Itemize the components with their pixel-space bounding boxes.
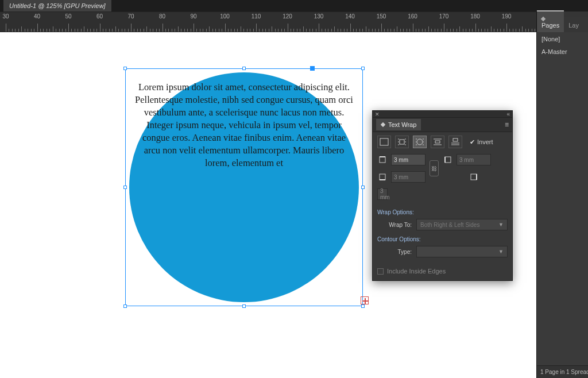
pages-item-none[interactable]: [None] bbox=[541, 36, 583, 43]
tab-pages[interactable]: Pages bbox=[537, 10, 564, 32]
offset-left-input[interactable]: 3 mm bbox=[457, 154, 491, 165]
svg-rect-22 bbox=[380, 157, 385, 163]
wrap-to-row: Wrap To: Both Right & Left Sides ▼ bbox=[373, 217, 512, 233]
ruler-number: 140 bbox=[345, 13, 355, 20]
invert-checkbox[interactable]: ✔ Invert bbox=[470, 138, 493, 146]
svg-rect-24 bbox=[445, 157, 451, 163]
ruler-number: 30 bbox=[2, 13, 9, 20]
invert-label: Invert bbox=[477, 138, 493, 145]
panel-tab-row: Text Wrap ≡ bbox=[373, 118, 512, 132]
ruler-number: 150 bbox=[377, 13, 386, 20]
offset-right-input[interactable]: 3 mm bbox=[377, 188, 388, 200]
svg-rect-16 bbox=[435, 141, 440, 143]
svg-rect-28 bbox=[471, 174, 477, 180]
pages-item-a-master[interactable]: A-Master bbox=[541, 48, 583, 55]
wrap-jump-object-button[interactable] bbox=[431, 136, 444, 148]
tab-text-wrap[interactable]: Text Wrap bbox=[376, 119, 421, 130]
wrap-options-label: Wrap Options: bbox=[373, 206, 512, 217]
diamond-icon bbox=[381, 122, 385, 127]
ruler-number: 60 bbox=[96, 13, 103, 20]
panel-drag-bar[interactable]: ✕ « bbox=[373, 111, 512, 118]
link-offsets-button[interactable]: ⛓ bbox=[430, 160, 439, 176]
document-tab[interactable]: Untitled-1 @ 125% [GPU Preview] bbox=[3, 0, 111, 11]
chevron-down-icon: ▼ bbox=[498, 249, 504, 254]
wrap-jump-column-button[interactable] bbox=[448, 136, 462, 148]
offset-left-icon bbox=[443, 156, 453, 164]
ruler-number: 180 bbox=[470, 13, 480, 20]
include-inside-edges[interactable]: Include Inside Edges bbox=[373, 260, 512, 280]
svg-rect-0 bbox=[381, 122, 385, 127]
type-row: Type: ▼ bbox=[373, 244, 512, 260]
contour-options-label: Contour Options: bbox=[373, 233, 512, 244]
handle-top-center[interactable] bbox=[242, 67, 246, 70]
checkbox-icon bbox=[377, 268, 384, 275]
svg-rect-19 bbox=[453, 138, 458, 141]
diamond-icon bbox=[541, 17, 546, 21]
type-dropdown[interactable]: ▼ bbox=[416, 246, 508, 257]
pages-footer: 1 Page in 1 Spread bbox=[537, 365, 588, 378]
text-wrap-panel[interactable]: ✕ « Text Wrap ≡ ✔ Invert bbox=[372, 110, 513, 281]
content-grabber[interactable] bbox=[310, 66, 315, 71]
ruler-number: 160 bbox=[408, 13, 417, 20]
wrap-mode-row: ✔ Invert bbox=[373, 132, 512, 152]
close-icon[interactable]: ✕ bbox=[375, 111, 380, 117]
svg-rect-2 bbox=[400, 140, 404, 144]
chevron-down-icon: ▼ bbox=[498, 222, 504, 227]
overset-text-icon[interactable] bbox=[361, 296, 369, 304]
wrap-to-dropdown[interactable]: Both Right & Left Sides ▼ bbox=[416, 219, 508, 230]
tab-pages-label: Pages bbox=[541, 22, 559, 29]
svg-rect-26 bbox=[380, 174, 385, 180]
wrap-none-button[interactable] bbox=[377, 136, 391, 148]
checkmark-icon: ✔ bbox=[470, 138, 475, 146]
horizontal-ruler[interactable]: 3040506070809010011012013014015016017018… bbox=[0, 11, 536, 32]
ruler-number: 90 bbox=[190, 13, 196, 20]
ruler-number: 50 bbox=[65, 13, 71, 20]
pages-list: [None] A-Master bbox=[537, 32, 588, 365]
ruler-number: 80 bbox=[159, 13, 165, 20]
ruler-number: 40 bbox=[34, 13, 40, 20]
tab-layers[interactable]: Lay bbox=[564, 17, 588, 32]
collapse-icon[interactable]: « bbox=[506, 111, 510, 117]
handle-bottom-center[interactable] bbox=[242, 304, 246, 308]
ruler-number: 100 bbox=[220, 13, 230, 20]
pages-panel: [None] A-Master 1 Page in 1 Spread bbox=[536, 32, 588, 378]
handle-top-left[interactable] bbox=[123, 67, 127, 70]
handle-mid-left[interactable] bbox=[123, 186, 127, 189]
svg-point-9 bbox=[417, 139, 423, 145]
type-label: Type: bbox=[377, 249, 412, 255]
text-frame-content[interactable]: Lorem ipsum dolor sit amet, consectetur … bbox=[135, 81, 353, 169]
include-label: Include Inside Edges bbox=[387, 268, 446, 275]
handle-bottom-left[interactable] bbox=[123, 304, 127, 308]
svg-rect-1 bbox=[380, 138, 388, 145]
offset-bottom-icon bbox=[377, 173, 388, 181]
offset-right-icon bbox=[457, 173, 491, 181]
offset-top-icon bbox=[377, 156, 388, 164]
wrap-object-shape-button[interactable] bbox=[413, 136, 427, 148]
panel-menu-icon[interactable]: ≡ bbox=[505, 121, 509, 129]
handle-top-right[interactable] bbox=[361, 67, 365, 70]
handle-bottom-right[interactable] bbox=[361, 304, 365, 308]
ruler-number: 170 bbox=[439, 13, 449, 20]
wrap-to-value: Both Right & Left Sides bbox=[420, 222, 479, 228]
ruler-number: 130 bbox=[314, 13, 324, 20]
title-bar: Untitled-1 @ 125% [GPU Preview] bbox=[0, 0, 588, 11]
panel-title: Text Wrap bbox=[388, 121, 416, 128]
offset-top-input[interactable]: 3 mm bbox=[391, 154, 425, 165]
ruler-number: 70 bbox=[127, 13, 134, 20]
ruler-area: 3040506070809010011012013014015016017018… bbox=[0, 11, 588, 32]
ruler-number: 110 bbox=[252, 13, 261, 20]
wrap-to-label: Wrap To: bbox=[377, 222, 412, 228]
ruler-number: 120 bbox=[283, 13, 292, 20]
ruler-number: 190 bbox=[502, 13, 512, 20]
offset-bottom-input[interactable]: 3 mm bbox=[391, 171, 425, 183]
right-panel-tabs: Pages Lay bbox=[536, 11, 588, 32]
handle-mid-right[interactable] bbox=[361, 186, 365, 189]
wrap-bounding-box-button[interactable] bbox=[395, 136, 409, 148]
offset-grid: 3 mm ⛓ 3 mm 3 mm 3 mm bbox=[373, 152, 512, 206]
